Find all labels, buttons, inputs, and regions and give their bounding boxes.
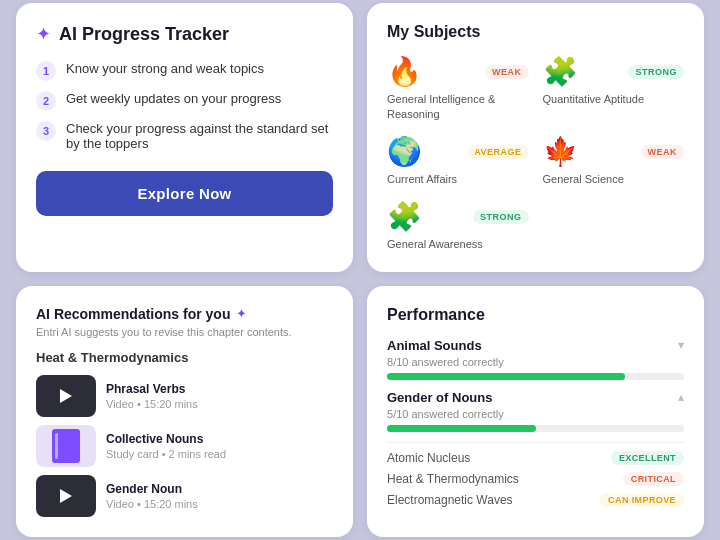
reco-name-2: Collective Nouns [106, 432, 226, 446]
reco-info-1: Phrasal Verbs Video • 15:20 mins [106, 382, 198, 410]
subject-badge-5: STRONG [473, 210, 529, 224]
chevron-down-icon-1[interactable]: ▾ [678, 338, 684, 352]
perf-animal-sounds: Animal Sounds ▾ 8/10 answered correctly [387, 338, 684, 380]
perf-subtopic-name-1: Atomic Nucleus [387, 451, 470, 465]
subject-emoji-1: 🔥 [387, 55, 422, 88]
perf-score-1: 8/10 answered correctly [387, 355, 684, 369]
subject-name-5: General Awareness [387, 237, 529, 251]
subject-emoji-5: 🧩 [387, 200, 422, 233]
subject-general-intelligence[interactable]: 🔥 WEAK General Intelligence & Reasoning [387, 55, 529, 121]
reco-section-title: Heat & Thermodynamics [36, 350, 333, 365]
subject-current-affairs[interactable]: 🌍 AVERAGE Current Affairs [387, 135, 529, 186]
subject-name-2: Quantitative Aptitude [543, 92, 685, 106]
perf-subtopic-name-2: Heat & Thermodynamics [387, 472, 519, 486]
subject-general-awareness[interactable]: 🧩 STRONG General Awareness [387, 200, 529, 251]
subject-name-3: Current Affairs [387, 172, 529, 186]
perf-gender-nouns: Gender of Nouns ▴ 5/10 answered correctl… [387, 390, 684, 432]
step-text-2: Get weekly updates on your progress [66, 91, 281, 106]
chevron-up-icon-2[interactable]: ▴ [678, 390, 684, 404]
reco-info-2: Collective Nouns Study card • 2 mins rea… [106, 432, 226, 460]
perf-score-total-1: /10 answered correctly [393, 356, 504, 368]
step-text-1: Know your strong and weak topics [66, 61, 264, 76]
perf-topic-name-1: Animal Sounds [387, 338, 482, 353]
ai-recommendations-card: AI Recommendations for you ✦ Entri AI su… [16, 286, 353, 537]
subject-quantitative[interactable]: 🧩 STRONG Quantitative Aptitude [543, 55, 685, 121]
reco-thumb-1 [36, 375, 96, 417]
perf-row-heat: Heat & Thermodynamics CRITICAL [387, 472, 684, 486]
perf-subtopic-badge-3: CAN IMPROVE [600, 493, 684, 507]
subject-emoji-4: 🍁 [543, 135, 578, 168]
perf-row-em-waves: Electromagnetic Waves CAN IMPROVE [387, 493, 684, 507]
my-subjects-card: My Subjects 🔥 WEAK General Intelligence … [367, 3, 704, 271]
subject-general-science[interactable]: 🍁 WEAK General Science [543, 135, 685, 186]
subjects-grid: 🔥 WEAK General Intelligence & Reasoning … [387, 55, 684, 251]
subject-icon-row-3: 🌍 AVERAGE [387, 135, 529, 168]
sparkle-icon: ✦ [36, 23, 51, 45]
perf-subtopic-badge-1: EXCELLENT [611, 451, 684, 465]
step-3: 3 Check your progress against the standa… [36, 121, 333, 151]
subject-badge-1: WEAK [485, 65, 529, 79]
perf-topic-row-1: Animal Sounds ▾ [387, 338, 684, 353]
reco-item-1[interactable]: Phrasal Verbs Video • 15:20 mins [36, 375, 333, 417]
reco-name-3: Gender Noun [106, 482, 198, 496]
reco-name-1: Phrasal Verbs [106, 382, 198, 396]
step-2: 2 Get weekly updates on your progress [36, 91, 333, 111]
step-1: 1 Know your strong and weak topics [36, 61, 333, 81]
perf-row-atomic: Atomic Nucleus EXCELLENT [387, 451, 684, 465]
reco-thumb-2 [36, 425, 96, 467]
book-icon-2 [52, 429, 80, 463]
performance-card: Performance Animal Sounds ▾ 8/10 answere… [367, 286, 704, 537]
perf-topic-row-2: Gender of Nouns ▴ [387, 390, 684, 405]
subject-emoji-2: 🧩 [543, 55, 578, 88]
perf-topic-name-2: Gender of Nouns [387, 390, 492, 405]
subject-icon-row-4: 🍁 WEAK [543, 135, 685, 168]
reco-meta-1: Video • 15:20 mins [106, 398, 198, 410]
progress-bar-bg-2 [387, 425, 684, 432]
explore-now-button[interactable]: Explore Now [36, 171, 333, 216]
play-icon-1 [60, 389, 72, 403]
reco-items-list: Phrasal Verbs Video • 15:20 mins Collect… [36, 375, 333, 517]
subject-icon-row-2: 🧩 STRONG [543, 55, 685, 88]
subject-name-1: General Intelligence & Reasoning [387, 92, 529, 121]
play-icon-3 [60, 489, 72, 503]
main-grid: ✦ AI Progress Tracker 1 Know your strong… [0, 0, 720, 540]
ai-progress-card: ✦ AI Progress Tracker 1 Know your strong… [16, 3, 353, 271]
progress-steps: 1 Know your strong and weak topics 2 Get… [36, 61, 333, 151]
perf-score-2: 5/10 answered correctly [387, 407, 684, 421]
perf-subtopic-badge-2: CRITICAL [623, 472, 684, 486]
sparkle-icon-2: ✦ [236, 306, 247, 321]
reco-meta-2: Study card • 2 mins read [106, 448, 226, 460]
step-num-3: 3 [36, 121, 56, 141]
performance-title: Performance [387, 306, 684, 324]
subject-badge-2: STRONG [628, 65, 684, 79]
subject-emoji-3: 🌍 [387, 135, 422, 168]
perf-score-total-2: /10 answered correctly [393, 408, 504, 420]
reco-info-3: Gender Noun Video • 15:20 mins [106, 482, 198, 510]
progress-bar-fill-2 [387, 425, 536, 432]
ai-progress-title: AI Progress Tracker [59, 24, 229, 45]
step-num-2: 2 [36, 91, 56, 111]
ai-reco-header: AI Recommendations for you ✦ [36, 306, 333, 322]
reco-meta-3: Video • 15:20 mins [106, 498, 198, 510]
progress-bar-bg-1 [387, 373, 684, 380]
my-subjects-title: My Subjects [387, 23, 684, 41]
subject-name-4: General Science [543, 172, 685, 186]
reco-item-2[interactable]: Collective Nouns Study card • 2 mins rea… [36, 425, 333, 467]
ai-reco-subtitle: Entri AI suggests you to revise this cha… [36, 326, 333, 338]
reco-thumb-3 [36, 475, 96, 517]
step-num-1: 1 [36, 61, 56, 81]
subject-icon-row-1: 🔥 WEAK [387, 55, 529, 88]
subject-icon-row-5: 🧩 STRONG [387, 200, 529, 233]
subject-badge-3: AVERAGE [467, 145, 528, 159]
perf-subtopic-name-3: Electromagnetic Waves [387, 493, 513, 507]
progress-bar-fill-1 [387, 373, 625, 380]
perf-subtopics: Atomic Nucleus EXCELLENT Heat & Thermody… [387, 451, 684, 507]
subject-badge-4: WEAK [641, 145, 685, 159]
step-text-3: Check your progress against the standard… [66, 121, 333, 151]
perf-divider [387, 442, 684, 443]
reco-item-3[interactable]: Gender Noun Video • 15:20 mins [36, 475, 333, 517]
ai-progress-header: ✦ AI Progress Tracker [36, 23, 333, 45]
ai-reco-title: AI Recommendations for you [36, 306, 230, 322]
